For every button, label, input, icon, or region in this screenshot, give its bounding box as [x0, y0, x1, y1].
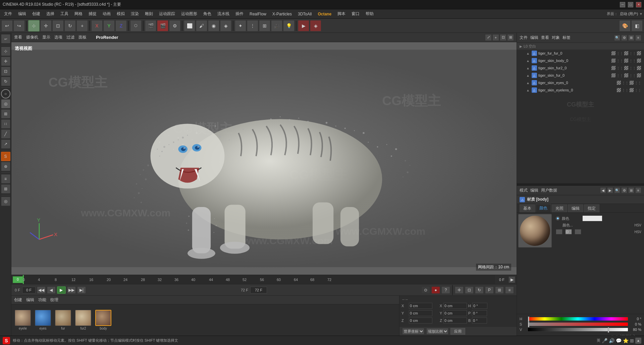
mat-fur2[interactable]: fur2: [74, 310, 92, 330]
color-mixer-btn[interactable]: [556, 229, 562, 234]
keyframe-dots-btn[interactable]: ⊞: [495, 286, 504, 294]
transform-tool[interactable]: +: [76, 20, 88, 31]
obj-menu-edit[interactable]: 编辑: [530, 35, 538, 41]
close-button[interactable]: ✕: [636, 2, 641, 7]
mat-menu-texture[interactable]: 纹理: [50, 297, 58, 303]
left-btn-1[interactable]: ↩: [1, 34, 10, 44]
p-input[interactable]: [472, 310, 487, 316]
render-region[interactable]: 🎬: [145, 20, 156, 31]
object-mode[interactable]: ⬡: [130, 20, 142, 31]
obj-item-tiger-skin-eyelens[interactable]: ▲ △ tiger_skin_eyelens_0 ⋮⋮ ⋮⋮: [517, 86, 644, 94]
video-tool[interactable]: 🎥: [271, 20, 282, 31]
polygon-tool[interactable]: ◈: [220, 20, 231, 31]
props-settings-icon[interactable]: ⚙: [621, 187, 627, 193]
timeline-bar[interactable]: 0 0 4 8 12 16 20 24 28 32 36 40 44 48 52…: [11, 275, 517, 284]
vp-btn-lock[interactable]: +: [492, 34, 499, 41]
lamp-tool[interactable]: 💡: [283, 20, 294, 31]
left-btn-circle[interactable]: ○: [1, 89, 10, 98]
light-tool[interactable]: ✦: [235, 20, 246, 31]
obj-item-tiger-skin-body[interactable]: ▲ △ tiger_skin_body_0 ⋮⋮ ⋮⋮: [517, 57, 644, 64]
props-next-btn[interactable]: ▶: [607, 187, 613, 193]
vp-menu-camera[interactable]: 摄像机: [26, 34, 38, 40]
mat-fur[interactable]: fur: [54, 310, 72, 330]
material-btn[interactable]: ◧: [631, 20, 643, 31]
menu-mograph[interactable]: 运动图形: [178, 10, 200, 17]
rotate-tool[interactable]: ↻: [64, 20, 76, 31]
vp-menu-view[interactable]: 查看: [14, 34, 22, 40]
color-picker-btn[interactable]: ⊙: [565, 229, 572, 234]
h-slider-thumb[interactable]: [528, 317, 529, 322]
timeline-expand-btn[interactable]: ▶: [508, 276, 515, 283]
end-frame-input[interactable]: [250, 287, 267, 293]
vp-menu-filter[interactable]: 过滤: [66, 34, 74, 40]
menu-edit[interactable]: 编辑: [15, 10, 29, 17]
left-btn-path[interactable]: ↗: [1, 139, 10, 149]
render-btn1[interactable]: ▶: [298, 20, 309, 31]
scale-tool[interactable]: ⊡: [52, 20, 64, 31]
left-btn-move[interactable]: ✛: [1, 57, 10, 66]
props-menu-userdata[interactable]: 用户数据: [541, 188, 557, 193]
record-red-btn[interactable]: ●: [431, 286, 440, 294]
start-frame-input[interactable]: [22, 287, 36, 293]
left-btn-orange[interactable]: S: [1, 152, 10, 161]
h-input[interactable]: [472, 303, 487, 309]
vp-btn-maximize[interactable]: ⊞: [507, 34, 514, 41]
x-axis-btn[interactable]: X: [91, 20, 103, 31]
menu-file[interactable]: 文件: [1, 10, 15, 17]
menu-scripts[interactable]: 脚本: [335, 10, 348, 17]
menu-pipeline[interactable]: 流水线: [215, 10, 232, 17]
left-btn-checker[interactable]: ⊞: [1, 109, 10, 119]
menu-tools[interactable]: 工具: [58, 10, 71, 17]
mat-body[interactable]: body: [95, 310, 112, 330]
color-swatch[interactable]: [582, 215, 602, 221]
help-play-btn[interactable]: ?: [441, 286, 450, 294]
left-btn-snap[interactable]: ⊛: [1, 162, 10, 171]
obj-search-icon[interactable]: 🔍: [614, 35, 620, 41]
left-btn-dots[interactable]: ∷: [1, 119, 10, 129]
mat-eyelen[interactable]: eyele: [14, 310, 32, 330]
menu-window[interactable]: 窗口: [349, 10, 362, 17]
h-slider-track[interactable]: [528, 317, 628, 321]
color-radio[interactable]: [556, 216, 560, 220]
b-input[interactable]: [472, 318, 487, 324]
props-expand-icon[interactable]: ⊞: [628, 187, 634, 193]
move-tool[interactable]: ✛: [40, 20, 52, 31]
interface-dropdown-icon[interactable]: ▼: [639, 12, 643, 16]
tab-assign[interactable]: 指定: [584, 204, 599, 212]
vp-menu-options[interactable]: 选项: [54, 34, 62, 40]
render-settings[interactable]: ⚙: [169, 20, 180, 31]
world-coord-select[interactable]: 世界坐标: [402, 328, 424, 335]
keyframe-btn[interactable]: ✛: [455, 286, 464, 294]
cube-tool[interactable]: ⬜: [184, 20, 195, 31]
obj-menu-objects[interactable]: 对象: [552, 35, 560, 41]
left-btn-scale[interactable]: ⊡: [1, 67, 10, 76]
viewport-content[interactable]: 透视视图: [11, 42, 517, 275]
menu-mesh[interactable]: 网格: [72, 10, 85, 17]
s-slider-thumb[interactable]: [528, 322, 529, 327]
menu-create[interactable]: 创建: [30, 10, 43, 17]
menu-3dtoall[interactable]: 3DToAll: [295, 11, 314, 17]
y-axis-btn[interactable]: Y: [103, 20, 115, 31]
grid-tool[interactable]: ⊞: [259, 20, 270, 31]
obj-item-tiger-skin-eyes[interactable]: ▲ △ tiger_skin_eyes_0 ⋮⋮ ⋮⋮: [517, 79, 644, 86]
keyframe-p-btn[interactable]: P: [485, 286, 494, 294]
mat-menu-func[interactable]: 功能: [38, 297, 46, 303]
menu-simulate[interactable]: 模拟: [114, 10, 127, 17]
menu-select[interactable]: 选择: [44, 10, 57, 17]
scale-select[interactable]: 缩放比例: [426, 328, 448, 335]
render-view[interactable]: 🎬: [157, 20, 168, 31]
z-pos-input[interactable]: [409, 318, 432, 324]
x-size-input[interactable]: [443, 303, 467, 309]
timeline-track[interactable]: 0 4 8 12 16 20 24 28 32 36 40 44 48 52 5…: [23, 275, 495, 284]
obj-settings-icon[interactable]: ⚙: [621, 35, 627, 41]
mat-menu-create[interactable]: 创建: [14, 297, 22, 303]
menu-character[interactable]: 角色: [201, 10, 214, 17]
z-axis-btn[interactable]: Z: [115, 20, 127, 31]
object-list[interactable]: ▶ L0 空白 ▲ △ tiger_fur_fur_0 ⋮⋮ ⋮⋮: [517, 43, 644, 183]
play-start-btn[interactable]: ◀◀: [37, 286, 46, 294]
obj-item-tiger-skin-fur[interactable]: ▲ △ tiger_skin_fur_0 ⋮⋮ ⋮⋮: [517, 72, 644, 79]
play-end-btn[interactable]: ▶|: [77, 286, 86, 294]
props-menu-mode[interactable]: 模式: [520, 188, 528, 193]
x-pos-input[interactable]: [409, 303, 432, 309]
render-final[interactable]: 🎨: [619, 20, 631, 31]
